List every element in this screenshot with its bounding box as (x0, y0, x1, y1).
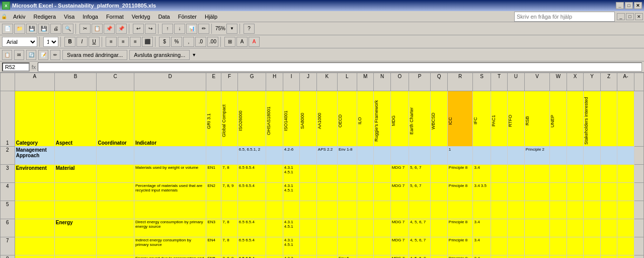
cell-E4[interactable]: EN2 (206, 183, 221, 201)
cell-L2[interactable]: Env 1-8 (337, 147, 357, 165)
font-color-button[interactable]: A (249, 37, 260, 47)
cell-D2[interactable] (134, 147, 206, 165)
cell-K1[interactable]: AA1000 (316, 91, 337, 147)
cell-U5[interactable] (508, 201, 524, 219)
cell-H1[interactable]: OHSAS18001 (266, 91, 283, 147)
cell-P5[interactable] (409, 201, 431, 219)
paste-special-button[interactable]: 📌 (116, 24, 127, 34)
align-left-button[interactable]: ≡ (106, 37, 117, 47)
cell-I6[interactable]: 4.3.1 4.5.1 (283, 219, 299, 237)
col-header-U[interactable]: U (508, 73, 524, 91)
cell-C1[interactable]: Coordinator (97, 91, 134, 147)
cell-Y2[interactable] (584, 147, 600, 165)
cell-W6[interactable] (550, 219, 567, 237)
cell-S6[interactable]: 3.4 (473, 219, 491, 237)
cell-O3[interactable]: MDG 7 (390, 165, 409, 183)
help-button[interactable]: ? (244, 24, 255, 34)
cell-X1[interactable] (567, 91, 583, 147)
col-header-H[interactable]: H (266, 73, 283, 91)
cell-P8[interactable]: 4, 5, 6, 7 (409, 255, 431, 259)
cell-K6[interactable] (316, 219, 337, 237)
cell-reference-input[interactable] (2, 62, 30, 72)
zoom-dropdown[interactable]: ▼ (226, 24, 237, 34)
cell-AA6[interactable] (617, 219, 634, 237)
cell-AA5[interactable] (617, 201, 634, 219)
borders-button[interactable]: ⊞ (224, 37, 235, 47)
menu-arkiv[interactable]: Arkiv (9, 13, 29, 21)
col-header-P[interactable]: P (409, 73, 431, 91)
cell-B1[interactable]: Aspect (54, 91, 97, 147)
cell-A6[interactable] (15, 219, 54, 237)
cell-Z4[interactable] (600, 183, 617, 201)
cell-X4[interactable] (567, 183, 583, 201)
cell-Z2[interactable] (600, 147, 617, 165)
menu-visa[interactable]: Visa (60, 13, 78, 21)
cell-W5[interactable] (550, 201, 567, 219)
menu-verktyg[interactable]: Verktyg (128, 13, 154, 21)
redo-button[interactable]: ↪ (145, 24, 156, 34)
undo-button[interactable]: ↩ (133, 24, 144, 34)
cell-Z6[interactable] (600, 219, 617, 237)
cell-S8[interactable]: 3.4 (473, 255, 491, 259)
cell-Q3[interactable] (431, 165, 447, 183)
cell-X5[interactable] (567, 201, 583, 219)
cell-L8[interactable]: Env 6 (337, 255, 357, 259)
cell-P2[interactable] (409, 147, 431, 165)
cell-U4[interactable] (508, 183, 524, 201)
cell-B3[interactable]: Material (54, 165, 97, 183)
cell-Q5[interactable] (431, 201, 447, 219)
cell-Z8[interactable] (600, 255, 617, 259)
cell-Q1[interactable]: WBCSD (431, 91, 447, 147)
cell-N6[interactable] (374, 219, 390, 237)
cell-I5[interactable] (283, 201, 299, 219)
menu-data[interactable]: Data (154, 13, 174, 21)
cell-AA1[interactable] (617, 91, 634, 147)
cell-O5[interactable] (390, 201, 409, 219)
cell-V3[interactable] (524, 165, 550, 183)
menu-infoga[interactable]: Infoga (78, 13, 102, 21)
font-name-select[interactable]: Arial (2, 37, 37, 47)
cell-G3[interactable]: 6.5 6.5.4 (237, 165, 266, 183)
save-button[interactable]: 💾 (26, 24, 37, 34)
cell-V1[interactable]: RSB (524, 91, 550, 147)
cell-Q7[interactable] (431, 237, 447, 255)
cell-G1[interactable]: ISO26000 (237, 91, 266, 147)
col-header-K[interactable]: K (316, 73, 337, 91)
cell-X2[interactable] (567, 147, 583, 165)
col-header-S[interactable]: S (473, 73, 491, 91)
cell-H6[interactable] (266, 219, 283, 237)
cell-J8[interactable] (300, 255, 316, 259)
cell-V7[interactable] (524, 237, 550, 255)
align-right-button[interactable]: ≡ (130, 37, 141, 47)
maximize-button[interactable]: □ (625, 2, 633, 9)
cell-C4[interactable] (97, 183, 134, 201)
comma-button[interactable]: , (183, 37, 194, 47)
cell-B8[interactable] (54, 255, 97, 259)
cell-G6[interactable]: 6.5 6.5.4 (237, 219, 266, 237)
col-header-Z[interactable]: Z (600, 73, 617, 91)
sort-desc-button[interactable]: ↓ (174, 24, 185, 34)
end-review-button[interactable]: Avsluta granskning... (129, 50, 190, 60)
cell-S1[interactable]: IFC (473, 91, 491, 147)
cell-J4[interactable] (300, 183, 316, 201)
cell-E1[interactable]: GRI 3.1 (206, 91, 221, 147)
cell-E6[interactable]: EN3 (206, 219, 221, 237)
cell-P4[interactable]: 5, 6, 7 (409, 183, 431, 201)
italic-button[interactable]: I (76, 37, 88, 47)
minimize-button[interactable]: _ (616, 2, 624, 9)
cell-D5[interactable] (134, 201, 206, 219)
cell-Z7[interactable] (600, 237, 617, 255)
col-header-I[interactable]: I (283, 73, 299, 91)
col-header-C[interactable]: C (97, 73, 134, 91)
col-header-D[interactable]: D (134, 73, 206, 91)
cell-Y8[interactable] (584, 255, 600, 259)
cell-O6[interactable]: MDG 7 (390, 219, 409, 237)
cell-E5[interactable] (206, 201, 221, 219)
cell-K3[interactable] (316, 165, 337, 183)
cut-button[interactable]: ✂ (79, 24, 91, 34)
underline-button[interactable]: U (89, 37, 100, 47)
cell-R2[interactable]: 1 (447, 147, 473, 165)
currency-button[interactable]: $ (159, 37, 170, 47)
cell-Y7[interactable] (584, 237, 600, 255)
cell-K2[interactable]: APS 2.2 (316, 147, 337, 165)
